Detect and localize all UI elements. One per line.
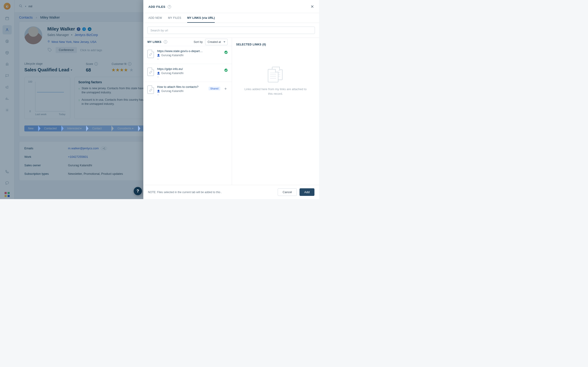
empty-state-text: Links added here from my links are attac… xyxy=(236,87,315,96)
check-ok-icon xyxy=(225,69,228,72)
link-sub: -- xyxy=(157,93,205,96)
link-sub: -- xyxy=(157,75,221,78)
link-title: https://www.state.gov/u-s-depart… xyxy=(157,49,217,53)
footer-note: NOTE: Files selected in the current tab … xyxy=(148,191,222,194)
link-owner: Gururag Kalanidhi xyxy=(161,90,183,93)
sort-select[interactable]: Created at xyxy=(205,39,228,45)
my-links-heading: MY LINKS xyxy=(147,40,162,44)
link-title: https://gdpr-info.eu/ xyxy=(157,67,217,71)
add-files-modal: ADD FILES ? ✕ ADD NEW MY FILES MY LINKS … xyxy=(143,0,319,199)
link-owner: Gururag Kalanidhi xyxy=(161,72,183,75)
search-url-input[interactable] xyxy=(147,27,315,34)
selected-links-heading: SELECTED LINKS (0) xyxy=(236,43,315,46)
link-owner: Gururag Kalanidhi xyxy=(161,54,183,57)
empty-state-illustration xyxy=(267,67,285,83)
cancel-button[interactable]: Cancel xyxy=(278,188,296,196)
link-sub: -- xyxy=(157,57,221,60)
link-title: How to attach files to contacts? xyxy=(157,85,205,89)
link-row[interactable]: How to attach files to contacts? Gururag… xyxy=(143,82,232,100)
check-ok-icon xyxy=(225,51,228,54)
file-link-icon xyxy=(147,85,154,94)
sort-by-label: Sort by xyxy=(194,40,203,44)
info-icon[interactable]: i xyxy=(164,40,167,44)
help-fab[interactable]: ? xyxy=(134,187,142,195)
file-link-icon xyxy=(147,68,154,76)
tab-my-files[interactable]: MY FILES xyxy=(168,13,181,23)
owner-icon xyxy=(157,54,160,57)
modal-title: ADD FILES xyxy=(148,5,165,8)
shared-badge: Shared xyxy=(208,87,220,90)
owner-icon xyxy=(157,90,160,92)
add-link-button[interactable]: ＋ xyxy=(224,86,228,91)
link-row[interactable]: https://www.state.gov/u-s-depart… Gurura… xyxy=(143,46,232,64)
close-icon[interactable]: ✕ xyxy=(311,4,314,9)
link-row[interactable]: https://gdpr-info.eu/ Gururag Kalanidhi … xyxy=(143,64,232,82)
tab-my-links[interactable]: MY LINKS (via URL) xyxy=(187,13,215,23)
info-icon[interactable]: ? xyxy=(168,5,171,8)
tab-add-new[interactable]: ADD NEW xyxy=(148,13,162,23)
modal-tabs: ADD NEW MY FILES MY LINKS (via URL) xyxy=(143,13,319,23)
file-link-icon xyxy=(147,50,154,58)
add-button[interactable]: Add xyxy=(300,188,314,196)
link-list: https://www.state.gov/u-s-depart… Gurura… xyxy=(143,46,232,100)
owner-icon xyxy=(157,72,160,75)
